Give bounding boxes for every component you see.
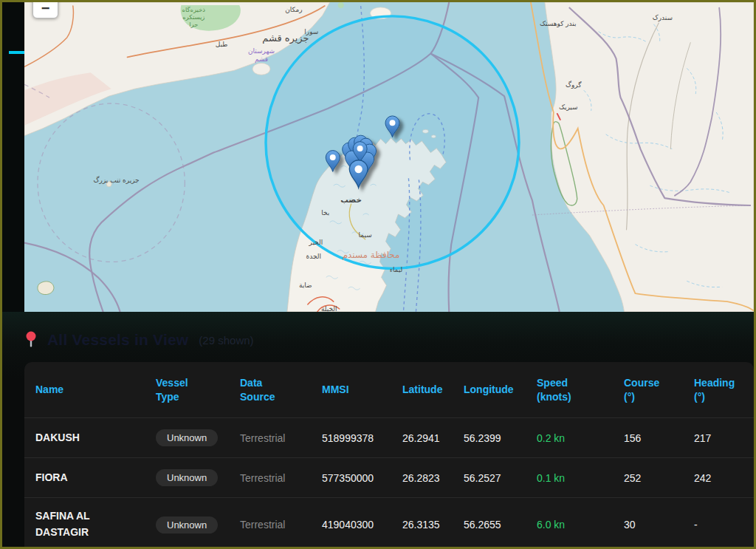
vessel-table: Name Vessel Type Data Source MMSI Latitu… [24,362,754,547]
vessel-type-badge: Unknown [156,516,218,533]
active-tab-indicator [9,51,24,54]
map-canvas: ذخیره‌گاه زیستکره حرا رمکان سورا جزیره ق… [24,2,754,312]
speed-cell: 0.1 kn [537,472,624,484]
speed-cell: 6.0 kn [537,519,624,531]
label-bukha: بخا [321,209,329,216]
heading-cell: 217 [694,432,754,444]
label-hara-1: ذخیره‌گاه [182,6,205,13]
vessel-name: SAFINA AL DASTAGIR [35,508,156,540]
mmsi-cell: 518999378 [322,432,402,444]
latitude-cell: 26.2941 [402,432,464,444]
header-course: Course (°) [624,376,694,404]
label-khublah: الخبلة [321,305,337,312]
vessels-panel: All Vessels in View (29 shown) Name Vess… [2,312,754,547]
mmsi-cell: 577350000 [322,472,402,484]
header-longitude: Longitude [464,383,537,397]
label-al-khayr: الخير [308,239,323,246]
latitude-cell: 26.3135 [402,519,464,531]
heading-cell: - [694,519,754,531]
label-bandar-kuhestak: بندر کوهستک [540,20,576,27]
green-patch [338,2,344,8]
label-hara-3: حرا [189,21,198,28]
heading-cell: 242 [694,472,754,484]
speed-cell: 0.2 kn [537,432,624,444]
table-row[interactable]: FIORA Unknown Terrestrial 577350000 26.2… [24,457,754,497]
data-source-cell: Terrestrial [240,472,322,484]
vessel-type-badge: Unknown [156,429,218,446]
course-cell: 156 [624,432,694,444]
label-qeshm-county-1: شهرستان [248,48,275,55]
header-latitude: Latitude [402,383,464,397]
label-al-jadah: الجدة [306,253,321,260]
panel-title: All Vessels in View [47,331,188,349]
label-limah: ليماء [390,266,403,273]
header-vessel-type: Vessel Type [156,376,240,404]
latitude-cell: 26.2823 [402,472,464,484]
label-sima: سيما [359,231,372,239]
vessel-type-cell: Unknown [156,516,240,533]
label-hara-2: زیستکره [182,13,205,21]
island-southwest [38,282,54,295]
panel-title-row: All Vessels in View (29 shown) [25,331,254,349]
search-radius-circle [266,16,519,269]
label-ramkan: رمکان [285,6,302,13]
label-qeshm-county-2: قشم [255,55,268,64]
header-mmsi: MMSI [322,383,402,397]
label-musandam-gov: محافظة مسندم [343,250,400,260]
label-tabl: طبل [216,41,228,48]
header-name: Name [35,383,156,397]
longitude-cell: 56.2399 [464,432,537,444]
vessel-map[interactable]: ذخیره‌گاه زیستکره حرا رمکان سورا جزیره ق… [24,2,754,312]
data-source-cell: Terrestrial [240,519,322,531]
vessel-type-cell: Unknown [156,429,240,446]
vessel-count: (29 shown) [199,334,253,347]
vessel-type-cell: Unknown [156,469,240,486]
header-data-source: Data Source [240,376,322,404]
label-tunb: جزیره تنب بزرگ [94,176,140,184]
vessel-name: DAKUSH [35,430,156,446]
vessel-type-badge: Unknown [156,469,218,486]
island-hengam [252,63,270,75]
course-cell: 252 [624,472,694,484]
label-dayah: ضاية [299,282,312,289]
header-speed: Speed (knots) [537,376,624,404]
data-source-cell: Terrestrial [240,432,322,444]
pin-dot [389,120,395,126]
table-header-row: Name Vessel Type Data Source MMSI Latitu… [24,362,754,417]
vessel-name: FIORA [35,470,156,486]
red-pin-icon [25,331,37,349]
table-row[interactable]: SAFINA AL DASTAGIR Unknown Terrestrial 4… [24,497,754,547]
label-sondorok: سندرک [653,14,673,21]
pin-dot [354,166,362,173]
label-khasab: خصب [340,195,362,204]
label-sirik: سیریک [559,103,578,111]
header-heading: Heading (°) [694,376,754,404]
longitude-cell: 56.2655 [464,519,537,531]
pin-dot [330,154,336,160]
label-qeshm-island: جزیره قشم [262,33,309,44]
course-cell: 30 [624,519,694,531]
label-gurug: گروگ [566,81,582,89]
longitude-cell: 56.2527 [464,472,537,484]
pin-dot [357,146,363,151]
map-zoom-out-button[interactable]: − [32,2,58,18]
mmsi-cell: 419040300 [322,519,402,531]
table-row[interactable]: DAKUSH Unknown Terrestrial 518999378 26.… [24,417,754,457]
